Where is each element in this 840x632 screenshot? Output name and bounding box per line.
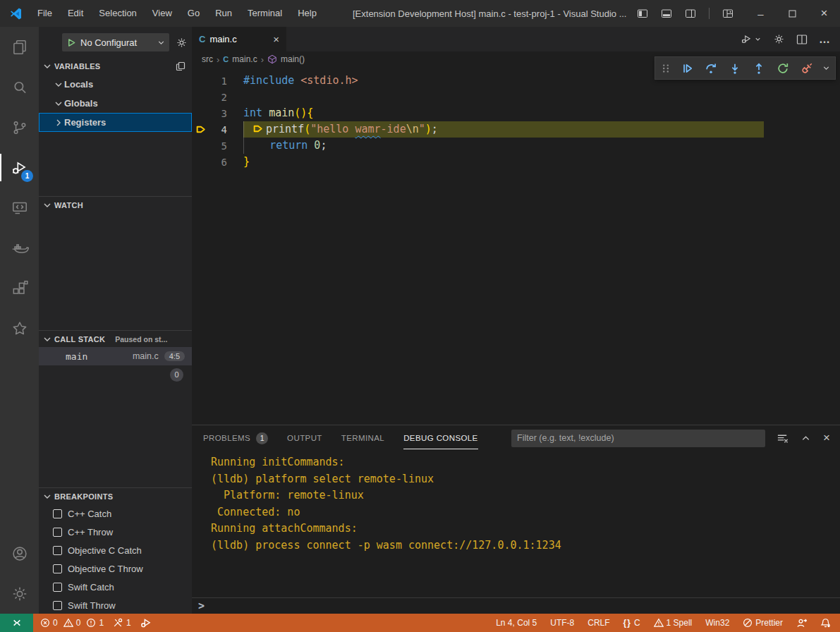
breakpoint-checkbox[interactable] — [53, 583, 62, 592]
call-stack-section-header[interactable]: CALL STACK Paused on st... — [39, 330, 192, 347]
menu-item[interactable]: Edit — [60, 0, 91, 27]
launch-config-dropdown[interactable]: No Configurat — [62, 33, 169, 51]
menu-item[interactable]: Run — [207, 0, 240, 27]
menu-item[interactable]: Selection — [91, 0, 144, 27]
tab-main-c[interactable]: C main.c × — [192, 27, 286, 51]
debug-console-input[interactable]: > — [192, 597, 840, 614]
toolbar-grip-icon[interactable] — [659, 63, 672, 74]
activity-docker[interactable] — [0, 228, 39, 268]
debug-status[interactable] — [140, 617, 152, 628]
close-panel-icon[interactable]: × — [823, 431, 830, 445]
code-line-6[interactable]: 6} — [192, 154, 840, 170]
step-over-icon[interactable] — [702, 59, 720, 78]
status-bar: 0 0 1 1 Ln 4, Col 5 UTF-8 CRLF {} C 1 Sp… — [0, 614, 840, 632]
run-debug-action[interactable] — [741, 33, 762, 45]
call-stack-session-row[interactable]: 0 — [39, 365, 192, 384]
activity-search[interactable] — [0, 67, 39, 107]
breakpoint-checkbox[interactable] — [53, 564, 62, 573]
eol-sequence[interactable]: CRLF — [588, 618, 609, 628]
language-mode[interactable]: {} C — [623, 618, 640, 628]
call-stack-frame-row[interactable]: main main.c 4:5 — [39, 347, 192, 365]
code-line-3[interactable]: 3int main(){ — [192, 105, 840, 121]
customize-layout-icon[interactable] — [722, 8, 734, 19]
maximize-panel-icon[interactable] — [801, 433, 811, 444]
variables-section-header[interactable]: VARIABLES — [39, 58, 192, 75]
close-tab-icon[interactable]: × — [273, 33, 279, 45]
variables-item-globals[interactable]: Globals — [39, 94, 192, 113]
problems-status[interactable]: 0 0 1 — [40, 618, 104, 628]
platform-status[interactable]: Win32 — [705, 618, 729, 628]
spell-checker-status[interactable]: 1 Spell — [654, 618, 693, 628]
breadcrumb-symbol[interactable]: main() — [281, 54, 305, 64]
debug-current-line-gutter-arrow[interactable] — [192, 123, 210, 135]
menu-item[interactable]: View — [145, 0, 180, 27]
breakpoint-row[interactable]: C++ Throw — [39, 523, 192, 541]
symbol-cube-icon — [267, 54, 277, 64]
code-editor[interactable]: 1#include <stdio.h>23int main(){4printf(… — [192, 67, 840, 425]
close-window-button[interactable]: × — [808, 0, 840, 27]
breakpoint-row[interactable]: Objective C Catch — [39, 541, 192, 559]
breakpoint-checkbox[interactable] — [53, 546, 62, 555]
panel-tab-output[interactable]: OUTPUT — [287, 425, 322, 451]
toolchain-status[interactable]: 1 — [113, 618, 131, 628]
watch-section-header[interactable]: WATCH — [39, 196, 192, 213]
menu-item[interactable]: File — [30, 0, 60, 27]
variables-item-registers[interactable]: Registers — [39, 113, 192, 132]
breadcrumb-folder[interactable]: src — [202, 54, 213, 64]
continue-icon[interactable] — [678, 59, 696, 78]
disconnect-icon[interactable] — [798, 59, 816, 78]
breakpoint-row[interactable]: Swift Catch — [39, 578, 192, 596]
remote-indicator[interactable] — [0, 614, 33, 632]
breakpoint-row[interactable]: Objective C Throw — [39, 559, 192, 578]
editor-settings-gear-icon[interactable] — [773, 33, 785, 45]
panel-tab-terminal[interactable]: TERMINAL — [341, 425, 384, 451]
code-line-5[interactable]: 5 return 0; — [192, 138, 840, 154]
breakpoint-row[interactable]: Swift Throw — [39, 596, 192, 614]
restart-icon[interactable] — [774, 59, 792, 78]
console-filter-input[interactable] — [511, 430, 765, 447]
activity-settings[interactable] — [0, 573, 39, 614]
panel-tab-debug-console[interactable]: DEBUG CONSOLE — [403, 425, 478, 451]
activity-explorer[interactable] — [0, 27, 39, 67]
chevron-down-icon[interactable] — [822, 63, 831, 73]
toggle-secondary-sidebar-icon[interactable] — [685, 8, 696, 19]
split-editor-icon[interactable] — [796, 34, 808, 45]
clear-console-icon[interactable] — [777, 432, 789, 444]
activity-star[interactable] — [0, 308, 39, 348]
panel-tab-problems[interactable]: PROBLEMS1 — [203, 425, 268, 451]
minimize-button[interactable]: – — [745, 0, 777, 27]
activity-account[interactable] — [0, 533, 39, 573]
formatter-label: Prettier — [755, 618, 783, 628]
maximize-button[interactable] — [777, 0, 808, 27]
breakpoint-checkbox[interactable] — [53, 528, 62, 537]
code-line-2[interactable]: 2 — [192, 89, 840, 105]
formatter-status[interactable]: Prettier — [743, 618, 783, 628]
launch-config-gear-icon[interactable] — [176, 37, 188, 49]
feedback-icon[interactable] — [796, 618, 807, 628]
copy-icon[interactable] — [175, 61, 186, 72]
more-actions-icon[interactable]: … — [819, 36, 830, 43]
cursor-position[interactable]: Ln 4, Col 5 — [496, 618, 537, 628]
notifications-bell-icon[interactable] — [820, 618, 831, 628]
activity-extensions[interactable] — [0, 268, 39, 308]
code-line-4[interactable]: 4printf("hello wamr-ide\n"); — [192, 121, 840, 138]
step-into-icon[interactable] — [726, 59, 744, 78]
breakpoint-checkbox[interactable] — [53, 509, 62, 518]
line-content: printf("hello wamr-ide\n"); — [243, 121, 764, 138]
breadcrumb-file[interactable]: main.c — [232, 54, 257, 64]
activity-run-debug[interactable]: 1 — [0, 147, 39, 188]
menu-item[interactable]: Terminal — [240, 0, 290, 27]
menu-item[interactable]: Help — [290, 0, 324, 27]
toggle-panel-icon[interactable] — [661, 8, 672, 19]
breakpoint-checkbox[interactable] — [53, 601, 62, 610]
menu-item[interactable]: Go — [180, 0, 207, 27]
chevron-down-icon — [42, 491, 53, 502]
activity-remote-explorer[interactable] — [0, 188, 39, 228]
activity-source-control[interactable] — [0, 107, 39, 147]
breakpoints-section-header[interactable]: BREAKPOINTS — [39, 487, 192, 504]
toggle-sidebar-icon[interactable] — [637, 8, 648, 19]
variables-item-locals[interactable]: Locals — [39, 75, 192, 94]
encoding[interactable]: UTF-8 — [550, 618, 574, 628]
breakpoint-row[interactable]: C++ Catch — [39, 504, 192, 523]
step-out-icon[interactable] — [750, 59, 768, 78]
